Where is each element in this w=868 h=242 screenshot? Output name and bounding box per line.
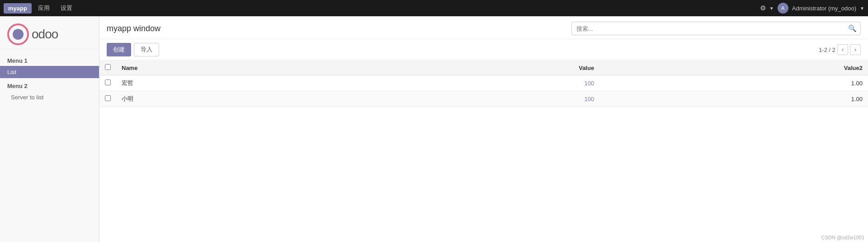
toolbar-left: 创建 导入: [107, 43, 159, 56]
row-name: 小明: [116, 91, 361, 107]
toolbar: 创建 导入 1-2 / 2 ‹ ›: [99, 39, 868, 60]
navbar-right: ⚙ ▼ A Administrator (my_odoo) ▼: [760, 3, 864, 14]
table-body: 宏哲 100 1.00 小明 100 1.00: [99, 75, 868, 107]
table-row[interactable]: 宏哲 100 1.00: [99, 75, 868, 91]
row-checkbox[interactable]: [105, 79, 111, 85]
nav-item-apps[interactable]: 应用: [33, 2, 54, 14]
import-button[interactable]: 导入: [134, 43, 159, 56]
table-header-row: Name Value Value2: [99, 60, 868, 75]
row-name: 宏哲: [116, 75, 361, 91]
nav-brand[interactable]: myapp: [4, 3, 32, 14]
table-container: Name Value Value2 宏哲 100 1.00 小明 100 1.0…: [99, 60, 868, 242]
footer: CSDN @cd2w1001: [821, 235, 864, 240]
search-icon[interactable]: 🔍: [844, 22, 860, 35]
header-value2: Value2: [599, 60, 868, 75]
content-title: myapp window: [107, 24, 160, 33]
row-checkbox-cell: [99, 75, 116, 91]
row-checkbox[interactable]: [105, 95, 111, 101]
logo-circle-outer: [7, 23, 29, 45]
main-layout: odoo Menu 1 List Menu 2 Server to list m…: [0, 16, 868, 242]
content-area: myapp window 🔍 创建 导入 1-2 / 2 ‹ ›: [99, 16, 868, 242]
sidebar-menu2[interactable]: Menu 2: [0, 78, 99, 91]
top-navbar: myapp 应用 设置 ⚙ ▼ A Administrator (my_odoo…: [0, 0, 868, 16]
table-row[interactable]: 小明 100 1.00: [99, 91, 868, 107]
user-dropdown-arrow[interactable]: ▼: [860, 6, 864, 11]
row-value: 100: [361, 75, 599, 91]
nav-item-settings[interactable]: 设置: [56, 2, 77, 14]
user-avatar: A: [778, 3, 788, 14]
sidebar: odoo Menu 1 List Menu 2 Server to list: [0, 16, 99, 242]
pagination: 1-2 / 2 ‹ ›: [819, 44, 861, 55]
logo-circle-inner: [13, 29, 24, 40]
data-table: Name Value Value2 宏哲 100 1.00 小明 100 1.0…: [99, 60, 868, 107]
row-value2: 1.00: [599, 75, 868, 91]
row-checkbox-cell: [99, 91, 116, 107]
odoo-logo: odoo: [7, 23, 92, 45]
sidebar-logo: odoo: [0, 16, 99, 49]
select-all-checkbox[interactable]: [105, 64, 111, 70]
next-page-button[interactable]: ›: [850, 44, 861, 55]
pagination-text: 1-2 / 2: [819, 47, 835, 53]
row-value2: 1.00: [599, 91, 868, 107]
gear-dropdown-arrow[interactable]: ▼: [769, 6, 774, 11]
header-checkbox-col: [99, 60, 116, 75]
gear-icon[interactable]: ⚙: [760, 4, 766, 12]
header-value: Value: [361, 60, 599, 75]
row-value: 100: [361, 91, 599, 107]
header-name: Name: [116, 60, 361, 75]
content-header: myapp window 🔍: [99, 16, 868, 39]
user-label[interactable]: Administrator (my_odoo): [792, 5, 856, 12]
sidebar-nav: Menu 1 List Menu 2 Server to list: [0, 49, 99, 242]
logo-text: odoo: [32, 27, 58, 42]
search-input[interactable]: [572, 23, 844, 34]
sidebar-menu1[interactable]: Menu 1: [0, 53, 99, 66]
sidebar-item-server-to-list[interactable]: Server to list: [0, 91, 99, 103]
footer-text: CSDN @cd2w1001: [821, 235, 864, 240]
navbar-left: myapp 应用 设置: [4, 2, 77, 14]
create-button[interactable]: 创建: [107, 43, 131, 56]
search-bar: 🔍: [571, 22, 861, 35]
prev-page-button[interactable]: ‹: [837, 44, 848, 55]
sidebar-item-list[interactable]: List: [0, 66, 99, 78]
